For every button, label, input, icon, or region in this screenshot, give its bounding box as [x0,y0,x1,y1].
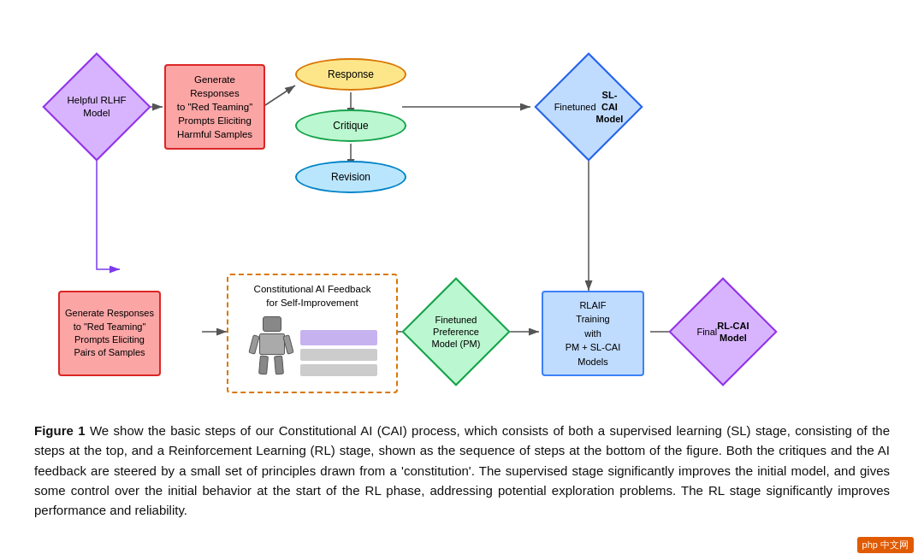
generate-responses-rect: Generate Responsesto "Red Teaming"Prompt… [164,64,265,150]
finetuned-pm-diamond: FinetunedPreferenceModel (PM) [401,277,510,386]
finetuned-pm-label: FinetunedPreferenceModel (PM) [419,295,493,368]
constitutional-ai-rect: Constitutional AI Feedbackfor Self-Impro… [227,274,398,393]
response-oval: Response [295,58,406,91]
generate-responses-2-label: Generate Responsesto "Red Teaming"Prompt… [65,307,154,360]
robot-figure [248,316,295,376]
helpful-rlhf-diamond: Helpful RLHFModel [42,52,151,161]
critique-oval: Critique [295,109,406,142]
diagram: Helpful RLHFModel Generate Responsesto "… [34,17,890,410]
finetuned-sl-cai-label: FinetunedSL-CAIModel [552,70,625,144]
revision-oval: Revision [295,161,406,193]
rlaif-label: RLAIFTrainingwithPM + SL-CAIModels [566,298,621,369]
figure-label: Figure 1 [34,423,86,438]
generate-responses-2-rect: Generate Responsesto "Red Teaming"Prompt… [58,291,161,376]
rlaif-rect: RLAIFTrainingwithPM + SL-CAIModels [542,291,644,376]
watermark: php 中文网 [857,537,914,553]
caption: Figure 1 We show the basic steps of our … [34,421,890,520]
critique-label: Critique [333,120,368,132]
final-rl-cai-diamond: FinalRL-CAIModel [668,277,777,386]
document-lines [300,330,377,376]
final-rl-cai-label: FinalRL-CAIModel [686,295,760,368]
watermark-text: php 中文网 [862,539,909,550]
constitutional-ai-title: Constitutional AI Feedbackfor Self-Impro… [254,282,371,309]
revision-label: Revision [331,171,370,183]
robot-illustration [235,316,389,376]
page: Helpful RLHFModel Generate Responsesto "… [0,0,924,560]
response-label: Response [328,68,374,80]
helpful-rlhf-label: Helpful RLHFModel [60,70,133,144]
caption-text: We show the basic steps of our Constitut… [34,423,890,517]
finetuned-sl-cai-diamond: FinetunedSL-CAIModel [534,52,643,161]
generate-responses-label: Generate Responsesto "Red Teaming"Prompt… [171,73,258,141]
svg-line-3 [263,85,295,107]
